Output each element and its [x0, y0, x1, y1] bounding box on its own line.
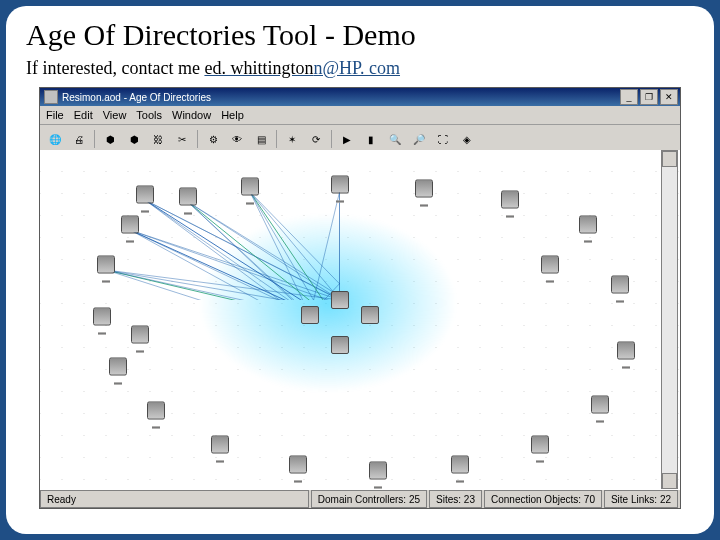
app-window: Resimon.aod - Age Of Directories _ ❐ ✕ F…: [39, 87, 681, 509]
diagram-canvas[interactable]: [40, 150, 680, 490]
chart-icon[interactable]: ▮: [360, 128, 382, 150]
svg-line-105: [188, 202, 340, 300]
menu-view[interactable]: View: [103, 109, 127, 121]
titlebar: Resimon.aod - Age Of Directories _ ❐ ✕: [40, 88, 680, 106]
menu-help[interactable]: Help: [221, 109, 244, 121]
toolbar-separator: [197, 130, 198, 148]
cube2-icon[interactable]: ⬢: [123, 128, 145, 150]
slide-card: Age Of Directories Tool - Demo If intere…: [6, 6, 714, 534]
statusbar: Ready Domain Controllers: 25 Sites: 23 C…: [40, 489, 680, 508]
slide-title: Age Of Directories Tool - Demo: [26, 18, 696, 52]
window-buttons: _ ❐ ✕: [620, 89, 678, 105]
window-title: Resimon.aod - Age Of Directories: [62, 92, 211, 103]
maximize-button[interactable]: ❐: [640, 89, 658, 105]
svg-line-32: [310, 230, 340, 300]
eye-icon[interactable]: 👁: [226, 128, 248, 150]
play-icon[interactable]: ▶: [336, 128, 358, 150]
email-black-part: ed. whittington: [204, 58, 313, 78]
slide-subtitle: If interested, contact me ed. whittingto…: [26, 58, 696, 79]
contact-email-link[interactable]: ed. whittingtonn@HP. com: [204, 58, 400, 78]
link-icon[interactable]: ⛓: [147, 128, 169, 150]
app-icon: [44, 90, 58, 104]
svg-line-22: [310, 194, 340, 300]
status-sites: Sites: 23: [429, 490, 482, 508]
zoomout-icon[interactable]: 🔎: [408, 128, 430, 150]
toolbar-separator: [276, 130, 277, 148]
network-lines: [40, 150, 340, 300]
status-connections: Connection Objects: 70: [484, 490, 602, 508]
minimize-button[interactable]: _: [620, 89, 638, 105]
table-icon[interactable]: ▤: [250, 128, 272, 150]
cut-icon[interactable]: ✂: [171, 128, 193, 150]
globe-icon[interactable]: 🌐: [44, 128, 66, 150]
vertical-scrollbar[interactable]: [661, 150, 678, 490]
menu-tools[interactable]: Tools: [136, 109, 162, 121]
menu-window[interactable]: Window: [172, 109, 211, 121]
refresh-icon[interactable]: ⟳: [305, 128, 327, 150]
subtitle-prefix: If interested, contact me: [26, 58, 204, 78]
menubar: FileEditViewToolsWindowHelp: [40, 106, 680, 125]
star-icon[interactable]: ✶: [281, 128, 303, 150]
status-dcs: Domain Controllers: 25: [311, 490, 427, 508]
toolbar-separator: [331, 130, 332, 148]
fit-icon[interactable]: ⛶: [432, 128, 454, 150]
status-sitelinks: Site Links: 22: [604, 490, 678, 508]
zoomin-icon[interactable]: 🔍: [384, 128, 406, 150]
menu-file[interactable]: File: [46, 109, 64, 121]
menu-edit[interactable]: Edit: [74, 109, 93, 121]
close-button[interactable]: ✕: [660, 89, 678, 105]
slide: Age Of Directories Tool - Demo If intere…: [0, 0, 720, 540]
cube-icon[interactable]: ⬢: [99, 128, 121, 150]
svg-line-92: [106, 270, 310, 300]
config-icon[interactable]: ⚙: [202, 128, 224, 150]
graph-icon[interactable]: ◈: [456, 128, 478, 150]
email-link-part: n@HP. com: [313, 58, 400, 78]
print-icon[interactable]: 🖨: [68, 128, 90, 150]
status-ready: Ready: [40, 490, 309, 508]
toolbar-separator: [94, 130, 95, 148]
